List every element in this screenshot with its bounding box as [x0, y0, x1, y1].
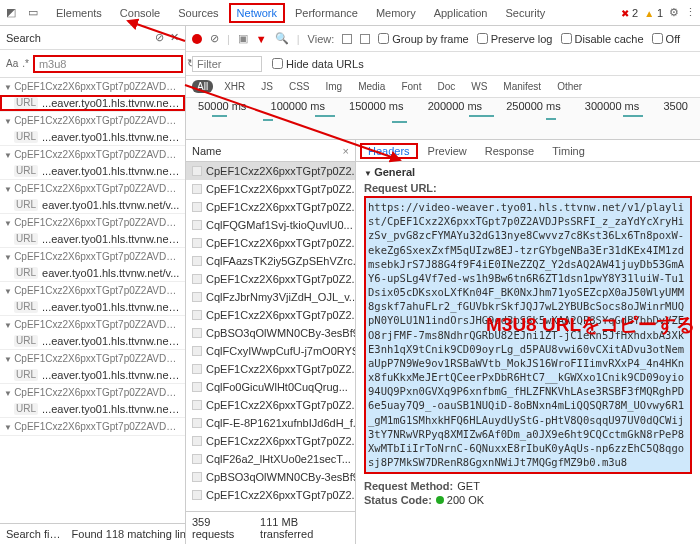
search-group-header[interactable]: CpEF1Cxz2X6pxxTGpt7p0Z2AVDJP...: [0, 418, 185, 435]
search-group-header[interactable]: CpEF1Cxz2X6pxxTGpt7p0Z2AVDJP...: [0, 180, 185, 197]
tab-security[interactable]: Security: [497, 3, 553, 23]
filter-icon[interactable]: ▼: [256, 33, 267, 45]
filter-input[interactable]: [192, 56, 262, 72]
tab-network[interactable]: Network: [229, 3, 285, 23]
disable-cache[interactable]: Disable cache: [561, 33, 644, 45]
request-item[interactable]: CpBSO3qOlWMN0CBy-3esBf9...: [186, 468, 355, 486]
type-xhr[interactable]: XHR: [219, 80, 250, 93]
search-result-line[interactable]: URL...eaver.tyo01.hls.ttvnw.net/v...: [0, 401, 185, 417]
request-list[interactable]: CpEF1Cxz2X6pxxTGpt7p0Z2...CpEF1Cxz2X6pxx…: [186, 162, 355, 511]
search-input[interactable]: [33, 55, 183, 73]
devtools-toolbar: ◩ ▭ Elements Console Sources Network Per…: [0, 0, 700, 26]
tab-application[interactable]: Application: [426, 3, 496, 23]
search-group-header[interactable]: CpEF1Cxz2X6pxxTGpt7p0Z2AVDJP...: [0, 350, 185, 367]
search-group-header[interactable]: CpEF1Cxz2X6pxxTGpt7p0Z2AVDJP...: [0, 146, 185, 163]
error-badge[interactable]: ✖ 2: [621, 7, 638, 19]
search-result-line[interactable]: URLeaver.tyo01.hls.ttvnw.net/v...: [0, 197, 185, 213]
search-result-line[interactable]: URL...eaver.tyo01.hls.ttvnw.net/v...: [0, 129, 185, 145]
clear-icon[interactable]: ⊘: [155, 31, 164, 44]
request-item[interactable]: CpEF1Cxz2X6pxxTGpt7p0Z2...: [186, 306, 355, 324]
type-doc[interactable]: Doc: [432, 80, 460, 93]
type-manifest[interactable]: Manifest: [498, 80, 546, 93]
search-icon[interactable]: 🔍: [275, 32, 289, 45]
tab-performance[interactable]: Performance: [287, 3, 366, 23]
search-result-line[interactable]: URL...eaver.tyo01.hls.ttvnw.net/v...: [0, 95, 185, 111]
request-url-value[interactable]: https://video-weaver.tyo01.hls.ttvnw.net…: [364, 196, 692, 474]
match-case[interactable]: Aa: [6, 58, 18, 69]
request-item[interactable]: CpEF1Cxz2X6pxxTGpt7p0Z2...: [186, 270, 355, 288]
request-item[interactable]: CpEF1Cxz2X6pxxTGpt7p0Z2...: [186, 396, 355, 414]
search-result-line[interactable]: URL...eaver.tyo01.hls.ttvnw.net/v...: [0, 231, 185, 247]
settings-icon[interactable]: ⚙: [669, 6, 679, 19]
search-result-line[interactable]: URL...eaver.tyo01.hls.ttvnw.net/v...: [0, 163, 185, 179]
type-js[interactable]: JS: [256, 80, 278, 93]
tab-elements[interactable]: Elements: [48, 3, 110, 23]
type-media[interactable]: Media: [353, 80, 390, 93]
type-img[interactable]: Img: [320, 80, 347, 93]
type-filters: AllXHRJSCSSImgMediaFontDocWSManifestOthe…: [186, 76, 700, 98]
record-icon[interactable]: [192, 34, 202, 44]
request-item[interactable]: CqlFCxyIWwpCufU-j7mO0RYS...: [186, 342, 355, 360]
request-item[interactable]: CpEF1Cxz2X6pxxTGpt7p0Z2...: [186, 162, 355, 180]
request-item[interactable]: CpBSO3qOlWMN0CBy-3esBf9...: [186, 324, 355, 342]
tab-headers[interactable]: Headers: [360, 143, 418, 159]
type-all[interactable]: All: [192, 80, 213, 93]
search-group-header[interactable]: CpEF1Cxz2X6pxxTGpt7p0Z2AVDJP...: [0, 316, 185, 333]
search-group-header[interactable]: CpEF1Cxz2X6pxxTGpt7p0Z2AVDJP...: [0, 112, 185, 129]
hide-data-urls[interactable]: Hide data URLs: [272, 58, 364, 70]
request-item[interactable]: CpEF1Cxz2X6pxxTGpt7p0Z2...: [186, 360, 355, 378]
search-group-header[interactable]: CpEF1Cxz2X6pxxTGpt7p0Z2AVDJP...: [0, 282, 185, 299]
search-results[interactable]: CpEF1Cxz2X6pxxTGpt7p0Z2AVDJP...URL...eav…: [0, 78, 185, 523]
search-group-header[interactable]: CpEF1Cxz2X6pxxTGpt7p0Z2AVDJP...: [0, 384, 185, 401]
request-item[interactable]: CqlFAazsTK2iy5GZpSEhVZrc...: [186, 252, 355, 270]
request-item[interactable]: CpEF1Cxz2X6pxxTGpt7p0Z2...: [186, 198, 355, 216]
tab-response[interactable]: Response: [477, 143, 543, 159]
general-section[interactable]: General: [364, 166, 692, 178]
type-css[interactable]: CSS: [284, 80, 315, 93]
regex-toggle[interactable]: .*: [22, 58, 29, 69]
view-large-icon[interactable]: [342, 34, 352, 44]
detail-panel: Headers Preview Response Timing General …: [356, 140, 700, 544]
clear-icon[interactable]: ⊘: [210, 32, 219, 45]
preserve-log[interactable]: Preserve log: [477, 33, 553, 45]
search-group-header[interactable]: CpEF1Cxz2X6pxxTGpt7p0Z2AVDJP...: [0, 248, 185, 265]
camera-icon[interactable]: ▣: [238, 32, 248, 45]
request-item[interactable]: CqlFzJbrNmy3VjiZdH_OJL_v...: [186, 288, 355, 306]
request-item[interactable]: CpEF1Cxz2X6pxxTGpt7p0Z2...: [186, 432, 355, 450]
warning-badge[interactable]: ▲ 1: [644, 7, 663, 19]
request-item[interactable]: CqlFQGMaf1Svj-tkioQuvlU0...: [186, 216, 355, 234]
tab-preview[interactable]: Preview: [420, 143, 475, 159]
request-count: 359 requests: [192, 516, 252, 540]
device-icon[interactable]: ▭: [26, 6, 40, 20]
tab-memory[interactable]: Memory: [368, 3, 424, 23]
search-result-line[interactable]: URL...eaver.tyo01.hls.ttvnw.net/v...: [0, 367, 185, 383]
name-header[interactable]: Name: [192, 145, 221, 157]
close-column-icon[interactable]: ×: [343, 145, 349, 157]
request-item[interactable]: CpEF1Cxz2X6pxxTGpt7p0Z2...: [186, 234, 355, 252]
tab-sources[interactable]: Sources: [170, 3, 226, 23]
request-item[interactable]: CqlF-E-8P1621xufnbIJd6dH_f...: [186, 414, 355, 432]
request-item[interactable]: CpEF1Cxz2X6pxxTGpt7p0Z2...: [186, 180, 355, 198]
group-by-frame[interactable]: Group by frame: [378, 33, 468, 45]
divider: |: [297, 33, 300, 45]
search-result-line[interactable]: URLeaver.tyo01.hls.ttvnw.net/v...: [0, 265, 185, 281]
inspect-icon[interactable]: ◩: [4, 6, 18, 20]
type-ws[interactable]: WS: [466, 80, 492, 93]
close-search-icon[interactable]: ✕: [170, 31, 179, 44]
request-item[interactable]: CqlF26a2_lHtXUo0e21secT...: [186, 450, 355, 468]
type-other[interactable]: Other: [552, 80, 587, 93]
tab-timing[interactable]: Timing: [544, 143, 593, 159]
search-group-header[interactable]: CpEF1Cxz2X6pxxTGpt7p0Z2AVDJP...: [0, 78, 185, 95]
view-small-icon[interactable]: [360, 34, 370, 44]
timeline[interactable]: 50000 ms100000 ms150000 ms200000 ms25000…: [186, 98, 700, 140]
tab-console[interactable]: Console: [112, 3, 168, 23]
search-result-line[interactable]: URL...eaver.tyo01.hls.ttvnw.net/v...: [0, 299, 185, 315]
search-group-header[interactable]: CpEF1Cxz2X6pxxTGpt7p0Z2AVDJP...: [0, 214, 185, 231]
search-footer-right: Found 118 matching line…: [72, 528, 185, 540]
search-result-line[interactable]: URL...eaver.tyo01.hls.ttvnw.net/v...: [0, 333, 185, 349]
offline[interactable]: Off: [652, 33, 680, 45]
request-item[interactable]: CpEF1Cxz2X6pxxTGpt7p0Z2...: [186, 486, 355, 504]
request-item[interactable]: CqlFo0GicuWlHt0CuqQrug...: [186, 378, 355, 396]
type-font[interactable]: Font: [396, 80, 426, 93]
more-icon[interactable]: ⋮: [685, 6, 696, 19]
